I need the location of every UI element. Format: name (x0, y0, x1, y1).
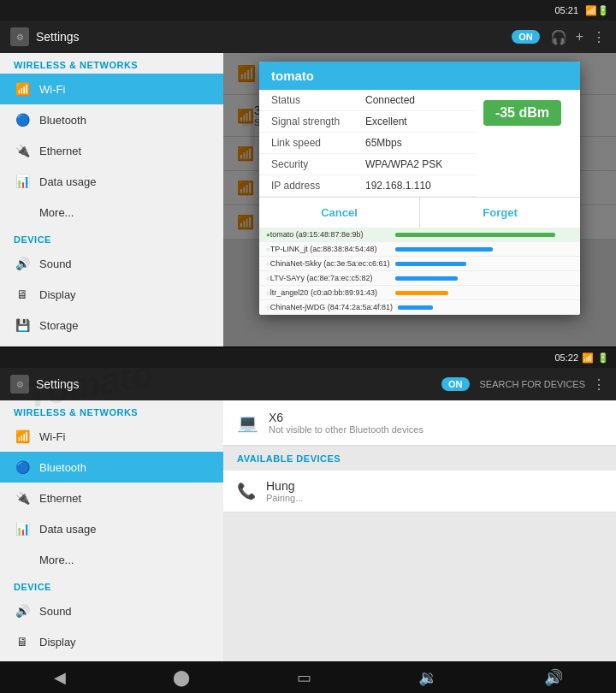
net-list-item-2[interactable]: ○ TP-LINK_jt (ac:88:38:84:54:48) (259, 242, 580, 257)
data-usage-icon: 📊 (14, 173, 31, 190)
modal-security-label: Security (271, 158, 365, 170)
bluetooth-icon: 🔵 (14, 111, 31, 128)
bottom-status-bar: 05:22 📶 🔋 (0, 347, 616, 368)
hung-sub: Pairing... (266, 493, 303, 503)
display-icon: 🖥 (14, 286, 31, 303)
bottom-sidebar-more[interactable]: More... (0, 544, 223, 575)
sidebar-item-wifi[interactable]: 📶 Wi-Fi (0, 74, 223, 104)
wifi-modal-overlay: tomato Status Connected Signal strength … (223, 53, 616, 346)
bottom-sidebar-ethernet[interactable]: 🔌 Ethernet (0, 483, 223, 513)
top-wifi-toggle[interactable]: ON (512, 30, 540, 44)
volume-up-button[interactable]: 🔊 (527, 663, 580, 692)
volume-down-button[interactable]: 🔉 (401, 663, 454, 692)
bottom-sidebar-data-usage[interactable]: 📊 Data usage (0, 513, 223, 544)
bluetooth-content: 💻 X6 Not visible to other Bluetooth devi… (223, 400, 616, 661)
back-button[interactable]: ◀ (37, 663, 83, 692)
top-main-layout: WIRELESS & NETWORKS 📶 Wi-Fi 🔵 Bluetooth … (0, 53, 616, 346)
battery-icon: 🔋 (597, 5, 609, 16)
forget-button[interactable]: Forget (420, 198, 580, 228)
bottom-ethernet-icon: 🔌 (14, 489, 31, 506)
modal-signal-label: Signal strength (271, 116, 365, 127)
bottom-panel: 05:22 📶 🔋 ⚙ Settings ON SEARCH FOR DEVIC… (0, 346, 616, 693)
bottom-device-section-header: DEVICE (0, 575, 223, 595)
bottom-sidebar-wifi[interactable]: 📶 Wi-Fi (0, 421, 223, 452)
net-list-item-1[interactable]: ● tomato (a9:15:48:87:8e:9b) (259, 228, 580, 242)
bottom-more-label: More... (39, 554, 74, 566)
bottom-main-layout: WIRELESS & NETWORKS 📶 Wi-Fi 🔵 Bluetooth … (0, 400, 616, 661)
modal-link-row: Link speed 65Mbps (259, 133, 477, 154)
sidebar-item-more[interactable]: More... (0, 197, 223, 228)
bottom-sidebar-display[interactable]: 🖥 Display (0, 626, 223, 657)
add-icon[interactable]: + (576, 29, 583, 45)
net-bar-container-2 (395, 247, 573, 252)
sound-label: Sound (39, 258, 72, 270)
top-sidebar: WIRELESS & NETWORKS 📶 Wi-Fi 🔵 Bluetooth … (0, 53, 223, 346)
net-bar-2 (395, 247, 493, 252)
more-icon (14, 204, 31, 221)
signal-badge-container: -35 dBm (477, 90, 580, 136)
bottom-more-icon (14, 551, 31, 568)
own-device-name: X6 (269, 411, 424, 424)
top-header-bar: ⚙ Settings ON 🎧 + ⋮ (0, 21, 616, 53)
sidebar-item-data-usage[interactable]: 📊 Data usage (0, 166, 223, 197)
modal-link-value: 65Mbps (365, 137, 465, 149)
bottom-sound-label: Sound (39, 605, 72, 618)
available-devices-header: AVAILABLE DEVICES (223, 447, 616, 471)
modal-signal-value: Excellent (365, 116, 465, 127)
wireless-section-header: WIRELESS & NETWORKS (0, 53, 223, 74)
sidebar-item-display[interactable]: 🖥 Display (0, 279, 223, 310)
modal-status-label: Status (271, 94, 365, 106)
bottom-sound-icon: 🔊 (14, 602, 31, 619)
bottom-data-label: Data usage (39, 523, 97, 536)
ethernet-label: Ethernet (39, 145, 81, 157)
sidebar-item-storage[interactable]: 💾 Storage (0, 310, 223, 341)
sidebar-item-sound[interactable]: 🔊 Sound (0, 248, 223, 279)
own-device-sub: Not visible to other Bluetooth devices (269, 424, 424, 435)
bottom-bt-label: Bluetooth (39, 461, 86, 474)
sidebar-item-bluetooth[interactable]: 🔵 Bluetooth (0, 104, 223, 135)
hung-device-info: Hung Pairing... (266, 479, 303, 503)
bottom-sidebar-bluetooth[interactable]: 🔵 Bluetooth (0, 452, 223, 483)
net-list-item-5[interactable]: ○ ltr_angel20 (c0:a0:bb:89:91:43) (259, 286, 580, 300)
sidebar-item-ethernet[interactable]: 🔌 Ethernet (0, 135, 223, 166)
storage-label: Storage (39, 319, 79, 332)
bottom-sidebar-sound[interactable]: 🔊 Sound (0, 595, 223, 626)
recent-apps-button[interactable]: ▭ (280, 663, 329, 692)
bottom-battery-icon: 🔋 (597, 352, 609, 364)
navigation-bar: ◀ ⬤ ▭ 🔉 🔊 (0, 661, 616, 693)
overflow-icon[interactable]: ⋮ (592, 29, 606, 45)
bottom-header-title: Settings (36, 377, 441, 391)
device-section-header: DEVICE (0, 228, 223, 248)
modal-status-value: Connected (365, 94, 465, 106)
sidebar-item-apps[interactable]: 📱 Apps (0, 341, 223, 346)
top-time: 05:21 (554, 5, 578, 15)
net-list-name-2: TP-LINK_jt (ac:88:38:84:54:48) (270, 245, 390, 253)
bottom-display-icon: 🖥 (14, 633, 31, 650)
bottom-sidebar-storage[interactable]: 💾 Storage (0, 657, 223, 661)
net-bar-container-6 (398, 305, 573, 310)
cancel-button[interactable]: Cancel (259, 198, 420, 228)
net-list-item-6[interactable]: ○ ChinaNet-jWDG (84:74:2a:5a:4f:81) (259, 300, 580, 315)
bottom-bt-toggle[interactable]: ON (441, 377, 470, 391)
net-list-name-1: tomato (a9:15:48:87:8e:9b) (270, 230, 390, 239)
bottom-wifi-icon: 📶 (582, 352, 594, 364)
available-device-hung[interactable]: 📞 Hung Pairing... (223, 471, 616, 512)
net-bar-1 (395, 233, 555, 237)
bottom-display-label: Display (39, 636, 76, 649)
modal-ip-value: 192.168.1.110 (365, 180, 465, 192)
wifi-modal: tomato Status Connected Signal strength … (259, 62, 580, 315)
bottom-overflow-icon[interactable]: ⋮ (592, 376, 606, 393)
home-button[interactable]: ⬤ (156, 663, 207, 692)
wifi-icon: 📶 (14, 80, 31, 98)
modal-actions: Cancel Forget (259, 197, 580, 228)
search-devices-button[interactable]: SEARCH FOR DEVICES (480, 379, 585, 389)
net-bar-container-3 (395, 262, 573, 266)
top-panel: 05:21 📶 🔋 ⚙ Settings ON 🎧 + ⋮ WIRELESS &… (0, 0, 616, 346)
own-device-info: X6 Not visible to other Bluetooth device… (269, 411, 424, 435)
net-list-item-3[interactable]: ○ ChinaNet-Skky (ac:3e:5a:ec:c6:61) (259, 257, 580, 271)
bottom-wireless-section-header: WIRELESS & NETWORKS (0, 400, 223, 421)
bottom-sidebar: WIRELESS & NETWORKS 📶 Wi-Fi 🔵 Bluetooth … (0, 400, 223, 661)
storage-icon: 💾 (14, 317, 31, 334)
bottom-wifi-icon: 📶 (14, 428, 31, 445)
net-list-item-4[interactable]: ○ LTV-SAYy (ac:8e:7a:ec:c5:82) (259, 271, 580, 286)
